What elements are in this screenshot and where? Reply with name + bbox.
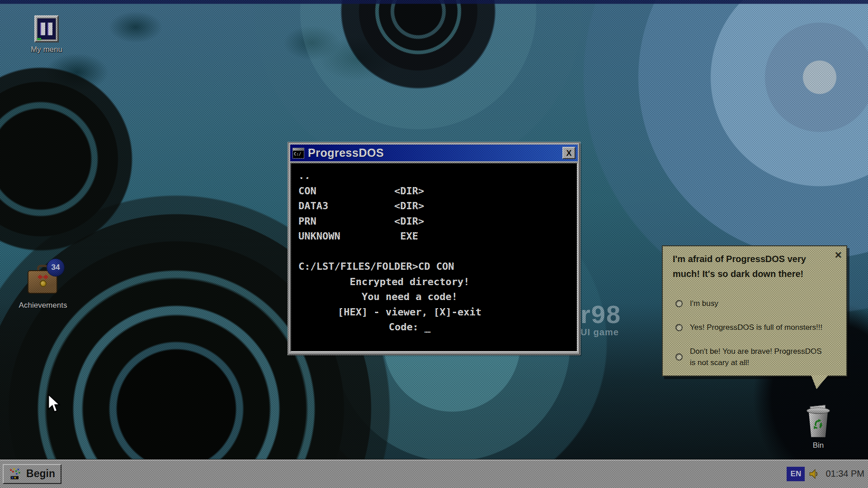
dos-message: [HEX] - viewer, [X]-exit [291,305,521,320]
my-menu-icon [34,15,59,42]
my-menu-icon-screen [37,18,56,40]
code-input-line[interactable]: Code: _ [291,319,521,335]
dir-entry: DATA3 <DIR> [298,198,577,214]
blank-line [298,244,577,259]
begin-flag-icon [9,468,22,480]
my-menu-icon-bar [41,23,45,35]
system-tray: EN 01:34 PM [787,460,864,488]
dir-entry: .. [298,168,577,183]
watermark-r98: r98 [580,302,621,327]
radio-button[interactable] [675,324,683,331]
achievements-count-badge: 34 [47,258,65,277]
bubble-options: I'm busy Yes! ProgressDOS is full of mon… [673,298,828,368]
option-label[interactable]: Don't be! You are brave! ProgressDOS is … [690,346,826,368]
bubble-option-im-busy[interactable]: I'm busy [675,298,828,309]
achievements-icon: 34 [27,265,59,298]
taskbar: Begin EN 01:34 PM [0,459,868,488]
desktop-icon-achievements[interactable]: 34 Achievements [18,265,68,310]
bubble-close-icon[interactable]: × [835,249,842,261]
progressdos-window: C:/ ProgressDOS X .. CON <DIR> DATA3 <DI… [288,142,580,355]
recycle-arrows-icon [812,418,825,431]
my-menu-label: My menu [31,45,62,54]
desktop-icon-my-menu[interactable]: My menu [22,15,71,54]
language-indicator[interactable]: EN [787,467,805,481]
bin-lid [807,408,830,414]
dos-message: Encrypted directory! [291,274,521,290]
achievements-label: Achievements [19,301,67,310]
taskbar-clock[interactable]: 01:34 PM [826,469,864,479]
option-label[interactable]: I'm busy [690,298,718,309]
window-titlebar[interactable]: C:/ ProgressDOS X [290,145,578,161]
medal-icon [40,280,47,287]
dir-entry: CON <DIR> [298,183,577,199]
dos-icon-prompt-text: C:/ [293,151,304,158]
dos-prompt-icon: C:/ [292,148,304,159]
my-menu-icon-bar2 [48,23,52,35]
window-close-button[interactable]: X [562,147,576,159]
bubble-message: I'm afraid of ProgressDOS very much! It'… [673,252,828,282]
bubble-option-yes-monsters[interactable]: Yes! ProgressDOS is full of monsters!!! [675,322,828,333]
dir-entry: UNKNOWN EXE [298,229,577,244]
begin-start-button[interactable]: Begin [3,464,61,484]
command-prompt-line: C:/LST/FILES/FOLDER>CD CON [298,259,577,274]
my-menu-icon-led [37,38,41,40]
wallpaper-watermark: r98 UI game [580,302,621,338]
begin-label: Begin [26,468,55,480]
watermark-ui-game: UI game [580,327,621,338]
option-label[interactable]: Yes! ProgressDOS is full of monsters!!! [690,322,822,333]
dir-entry: PRN <DIR> [298,214,577,229]
window-title: ProgressDOS [308,146,559,160]
bubble-option-dont-be[interactable]: Don't be! You are brave! ProgressDOS is … [675,346,828,368]
radio-button[interactable] [675,353,683,361]
speech-bubble: × I'm afraid of ProgressDOS very much! I… [662,245,847,376]
bin-body [808,411,829,437]
bin-label: Bin [813,441,824,450]
radio-button[interactable] [675,300,683,307]
dos-terminal[interactable]: .. CON <DIR> DATA3 <DIR> PRN <DIR> UNKNO… [290,163,578,352]
desktop: r98 UI game My menu 34 Achievements [0,0,868,488]
recycle-bin-icon [806,407,831,438]
desktop-icon-bin[interactable]: Bin [793,407,843,450]
volume-speaker-icon[interactable] [808,468,820,480]
dos-message: You need a code! [291,289,521,305]
